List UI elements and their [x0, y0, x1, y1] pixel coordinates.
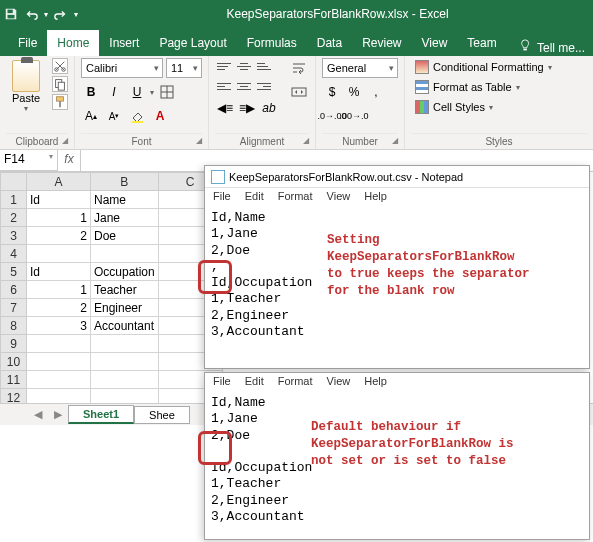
row-header[interactable]: 3 — [1, 227, 27, 245]
cell-styles-button[interactable]: Cell Styles▾ — [411, 98, 556, 116]
cell[interactable]: Id — [27, 191, 91, 209]
cell[interactable]: 1 — [27, 209, 91, 227]
cell[interactable] — [91, 335, 159, 353]
cell[interactable]: Doe — [91, 227, 159, 245]
notepad-2-menu-edit[interactable]: Edit — [245, 375, 264, 391]
cell[interactable]: Occupation — [91, 263, 159, 281]
notepad-1-menu-format[interactable]: Format — [278, 190, 313, 206]
align-left-icon[interactable] — [215, 78, 233, 94]
align-bottom-icon[interactable] — [255, 58, 273, 74]
notepad-1-menu-edit[interactable]: Edit — [245, 190, 264, 206]
row-header[interactable]: 8 — [1, 317, 27, 335]
tab-view[interactable]: View — [412, 30, 458, 56]
cell[interactable] — [27, 245, 91, 263]
font-launcher-icon[interactable]: ◢ — [196, 136, 202, 145]
tab-review[interactable]: Review — [352, 30, 411, 56]
decrease-decimal-icon[interactable]: .00→.0 — [344, 106, 364, 126]
number-launcher-icon[interactable]: ◢ — [392, 136, 398, 145]
tab-team[interactable]: Team — [457, 30, 506, 56]
paste-label[interactable]: Paste — [12, 92, 40, 104]
cell[interactable] — [27, 353, 91, 371]
cut-icon[interactable] — [52, 58, 68, 74]
percent-format-icon[interactable]: % — [344, 82, 364, 102]
cell[interactable] — [91, 245, 159, 263]
tab-insert[interactable]: Insert — [99, 30, 149, 56]
row-header[interactable]: 1 — [1, 191, 27, 209]
merge-center-icon[interactable] — [289, 82, 309, 102]
cell[interactable]: 2 — [27, 227, 91, 245]
decrease-font-icon[interactable]: A▾ — [104, 106, 124, 126]
sheet-nav-prev-icon[interactable]: ◀ — [28, 408, 48, 421]
copy-icon[interactable] — [52, 76, 68, 92]
save-icon[interactable] — [4, 7, 18, 21]
redo-icon[interactable] — [54, 7, 68, 21]
align-middle-icon[interactable] — [235, 58, 253, 74]
cell[interactable]: Id — [27, 263, 91, 281]
align-right-icon[interactable] — [255, 78, 273, 94]
number-format-select[interactable]: General — [322, 58, 398, 78]
notepad-2-menu-view[interactable]: View — [327, 375, 351, 391]
increase-font-icon[interactable]: A▴ — [81, 106, 101, 126]
paste-dropdown-icon[interactable]: ▾ — [24, 104, 28, 113]
undo-dropdown-icon[interactable]: ▾ — [44, 10, 48, 19]
fx-icon[interactable]: fx — [58, 150, 80, 171]
cell[interactable]: 3 — [27, 317, 91, 335]
row-header[interactable]: 11 — [1, 371, 27, 389]
comma-format-icon[interactable]: , — [366, 82, 386, 102]
row-header[interactable]: 2 — [1, 209, 27, 227]
tab-file[interactable]: File — [8, 30, 47, 56]
wrap-text-icon[interactable] — [289, 58, 309, 78]
cell[interactable]: Name — [91, 191, 159, 209]
orientation-icon[interactable]: ab — [259, 98, 279, 118]
row-header[interactable]: 9 — [1, 335, 27, 353]
notepad-2-menu-file[interactable]: File — [213, 375, 231, 391]
borders-button[interactable] — [157, 82, 177, 102]
cell[interactable] — [27, 371, 91, 389]
cell[interactable]: Engineer — [91, 299, 159, 317]
cell[interactable]: Jane — [91, 209, 159, 227]
cell[interactable] — [27, 335, 91, 353]
notepad-1-menu-file[interactable]: File — [213, 190, 231, 206]
font-size-select[interactable]: 11 — [166, 58, 202, 78]
format-as-table-button[interactable]: Format as Table▾ — [411, 78, 556, 96]
cell[interactable]: 2 — [27, 299, 91, 317]
format-painter-icon[interactable] — [52, 94, 68, 110]
tab-data[interactable]: Data — [307, 30, 352, 56]
increase-indent-icon[interactable]: ≡▶ — [237, 98, 257, 118]
sheet-nav-next-icon[interactable]: ▶ — [48, 408, 68, 421]
underline-button[interactable]: U — [127, 82, 147, 102]
fill-color-button[interactable] — [127, 106, 147, 126]
tellme-label[interactable]: Tell me... — [537, 41, 585, 55]
conditional-formatting-button[interactable]: Conditional Formatting▾ — [411, 58, 556, 76]
cell[interactable]: Accountant — [91, 317, 159, 335]
row-header[interactable]: 10 — [1, 353, 27, 371]
tab-formulas[interactable]: Formulas — [237, 30, 307, 56]
row-header[interactable]: 5 — [1, 263, 27, 281]
paste-icon[interactable] — [12, 60, 40, 92]
notepad-2-menu-format[interactable]: Format — [278, 375, 313, 391]
row-header[interactable]: 4 — [1, 245, 27, 263]
align-top-icon[interactable] — [215, 58, 233, 74]
tab-home[interactable]: Home — [47, 30, 99, 56]
notepad-1-menu-view[interactable]: View — [327, 190, 351, 206]
sheet-tab-sheet1[interactable]: Sheet1 — [68, 405, 134, 424]
underline-dropdown-icon[interactable]: ▾ — [150, 88, 154, 97]
align-center-icon[interactable] — [235, 78, 253, 94]
cell[interactable]: Teacher — [91, 281, 159, 299]
cell[interactable]: 1 — [27, 281, 91, 299]
cell[interactable] — [91, 353, 159, 371]
font-color-button[interactable]: A — [150, 106, 170, 126]
tab-page-layout[interactable]: Page Layout — [149, 30, 236, 56]
select-all-corner[interactable] — [1, 173, 27, 191]
alignment-launcher-icon[interactable]: ◢ — [303, 136, 309, 145]
row-header[interactable]: 7 — [1, 299, 27, 317]
notepad-2-menu-help[interactable]: Help — [364, 375, 387, 391]
notepad-1-menu-help[interactable]: Help — [364, 190, 387, 206]
sheet-tab-next[interactable]: Shee — [134, 406, 190, 424]
font-name-select[interactable]: Calibri — [81, 58, 163, 78]
name-box[interactable]: F14 — [0, 150, 58, 171]
qat-dropdown-icon[interactable]: ▾ — [74, 10, 78, 19]
bold-button[interactable]: B — [81, 82, 101, 102]
row-header[interactable]: 6 — [1, 281, 27, 299]
cell[interactable] — [91, 371, 159, 389]
